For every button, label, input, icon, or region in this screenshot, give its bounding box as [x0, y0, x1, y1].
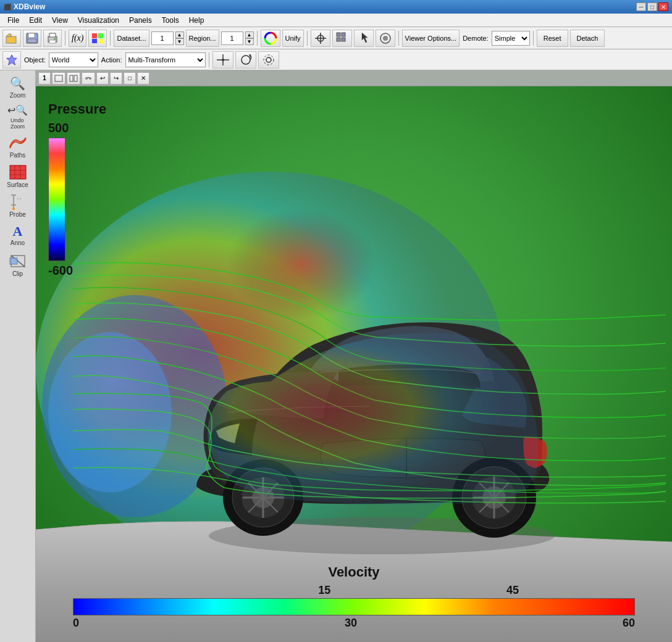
velocity-legend: Velocity 15 45 0 30 60 [73, 564, 635, 630]
pressure-max: 500 [48, 121, 106, 135]
surface-icon [9, 164, 27, 180]
app-icon: ⬛ [4, 4, 11, 10]
function-button[interactable]: f(x) [69, 30, 86, 47]
open-button[interactable] [2, 30, 21, 47]
viewer-options-button[interactable]: Viewer Options... [402, 30, 460, 47]
menu-file[interactable]: File [2, 15, 24, 26]
svg-rect-0 [6, 36, 16, 43]
svg-rect-44 [10, 258, 17, 264]
velocity-tick-60: 60 [623, 617, 635, 630]
undozoom-tool[interactable]: ↩🔍 UndoZoom [2, 102, 33, 131]
record-button[interactable] [376, 30, 395, 47]
svg-point-49 [89, 77, 91, 80]
grid-button[interactable] [332, 30, 352, 47]
navigate-button[interactable] [2, 51, 21, 69]
viewport-layout2[interactable] [67, 72, 80, 85]
save-button[interactable] [23, 30, 41, 47]
probe-tool[interactable]: Probe [2, 191, 33, 220]
svg-point-40 [12, 208, 15, 210]
viewport-redo[interactable]: ↪ [110, 72, 122, 85]
svg-rect-45 [55, 75, 62, 81]
clip-tool[interactable]: Clip [2, 251, 33, 279]
dataset-spin-up[interactable]: ▲ [175, 31, 184, 38]
svg-rect-6 [49, 40, 56, 43]
sep3 [257, 31, 258, 46]
velocity-tick-0: 0 [73, 617, 79, 630]
menu-tools[interactable]: Tools [157, 15, 184, 26]
rotate-btn[interactable] [235, 51, 256, 69]
svg-rect-8 [92, 33, 97, 38]
svg-rect-31 [10, 165, 26, 179]
velocity-labels-top: 15 45 [73, 584, 635, 597]
paths-icon [9, 135, 27, 151]
color-wheel-button[interactable] [261, 30, 280, 47]
region-button[interactable]: Region... [186, 30, 219, 47]
viewport-close[interactable]: ✕ [137, 72, 149, 85]
velocity-colorbar [73, 598, 635, 615]
viewport-maximize[interactable]: □ [124, 72, 136, 85]
svg-rect-19 [342, 38, 345, 41]
menu-edit[interactable]: Edit [24, 15, 47, 26]
svg-point-28 [242, 56, 250, 64]
app-title: XDBview [14, 2, 635, 11]
sep7 [209, 52, 209, 67]
action-select[interactable]: Multi-Transform Rotate Translate Scale [125, 52, 206, 67]
object-label: Object: [23, 56, 47, 64]
sep1 [65, 31, 65, 46]
anno-icon: A [13, 225, 23, 238]
svg-point-29 [266, 57, 271, 62]
region-spin-down[interactable]: ▼ [245, 38, 254, 45]
svg-marker-22 [7, 54, 17, 64]
detach-button[interactable]: Detach [570, 30, 605, 47]
menu-panels[interactable]: Panels [124, 15, 157, 26]
viewport-num: 1 [38, 72, 51, 85]
velocity-tick-30: 30 [345, 617, 357, 630]
zoom-tool[interactable]: 🔍 Zoom [2, 73, 33, 101]
svg-point-48 [85, 77, 88, 80]
velocity-labels-bottom: 0 30 60 [73, 617, 635, 630]
svg-rect-16 [337, 33, 340, 36]
demote-label: Demote: [461, 35, 490, 42]
svg-rect-47 [74, 75, 77, 81]
reset-button[interactable]: Reset [537, 30, 568, 47]
viewport-layout1[interactable] [52, 72, 65, 85]
region-spin-up[interactable]: ▲ [245, 31, 254, 38]
print-button[interactable] [43, 30, 62, 47]
minimize-button[interactable]: ─ [636, 2, 646, 11]
viewport-link[interactable] [82, 72, 95, 85]
svg-rect-5 [49, 33, 56, 37]
velocity-tick-15: 15 [318, 584, 330, 597]
dataset-spin-down[interactable]: ▼ [175, 38, 184, 45]
sidebar: 🔍 Zoom ↩🔍 UndoZoom Paths Surface Probe A… [0, 70, 36, 642]
demote-select[interactable]: Simple Medium Full [492, 31, 530, 46]
svg-rect-17 [342, 33, 345, 36]
close-button[interactable]: ✕ [658, 2, 668, 11]
pointer-button[interactable] [354, 30, 374, 47]
toolbar2: Object: World Car Domain Action: Multi-T… [0, 49, 672, 70]
object-select[interactable]: World Car Domain [49, 52, 98, 67]
menu-visualization[interactable]: Visualization [73, 15, 124, 26]
unify-button[interactable]: Unify [282, 30, 304, 47]
crosshair-button[interactable] [311, 30, 330, 47]
viewport-toolbar: 1 ↩ ↪ □ ✕ [36, 70, 672, 86]
paths-tool[interactable]: Paths [2, 132, 33, 160]
menu-view[interactable]: View [47, 15, 73, 26]
dataset-input[interactable] [151, 31, 174, 45]
sep2 [110, 31, 111, 46]
viewport-undo[interactable]: ↩ [96, 72, 109, 85]
transform-btn[interactable] [212, 51, 233, 69]
sep5 [398, 31, 399, 46]
velocity-title: Velocity [73, 564, 635, 580]
surface-tool[interactable]: Surface [2, 162, 33, 190]
dataset-button[interactable]: Dataset... [114, 30, 149, 47]
titlebar: ⬛ XDBview ─ □ ✕ [0, 0, 672, 14]
settings-btn[interactable] [258, 51, 279, 69]
pressure-title: Pressure [48, 101, 106, 117]
color-button[interactable] [88, 30, 107, 47]
menu-help[interactable]: Help [184, 15, 209, 26]
region-input[interactable] [221, 31, 243, 45]
maximize-button[interactable]: □ [647, 2, 657, 11]
anno-tool[interactable]: A Anno [2, 221, 33, 249]
svg-point-27 [222, 59, 224, 61]
viewport[interactable]: 1 ↩ ↪ □ ✕ [36, 70, 672, 642]
